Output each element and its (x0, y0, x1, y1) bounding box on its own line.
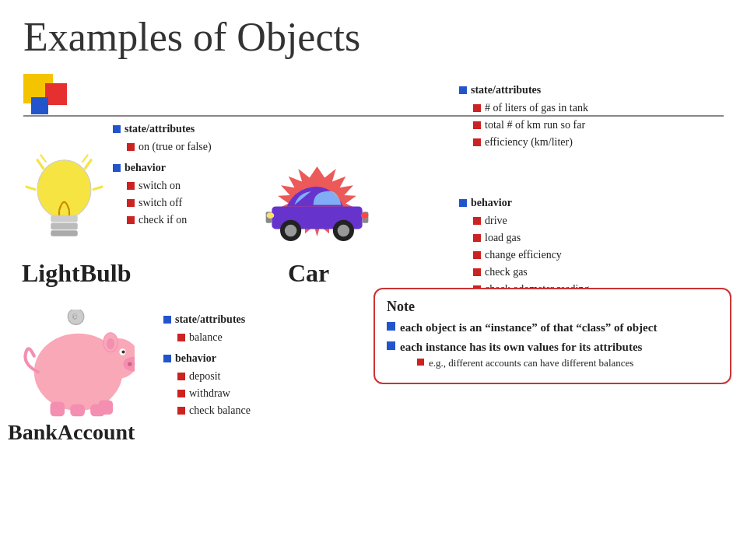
svg-rect-3 (51, 230, 77, 236)
lb-behavior-item-1: switch off (113, 194, 249, 211)
lightbulb-image (19, 152, 109, 261)
bank-behavior-item-1: withdraw (163, 385, 350, 401)
svg-line-7 (85, 160, 91, 169)
note-title: Note (387, 299, 718, 315)
svg-point-31 (121, 350, 124, 353)
svg-text:©: © (72, 313, 77, 321)
svg-rect-1 (51, 215, 77, 222)
piggybank-image: © (14, 310, 135, 418)
svg-point-17 (338, 225, 350, 237)
car-image (257, 159, 377, 249)
note-box: Note each object is an “instance” of tha… (374, 288, 731, 384)
car-behavior-item-1: load gas (459, 229, 739, 246)
note-item-0: each object is an “instance” of that “cl… (387, 320, 718, 336)
lb-behavior-item-0: switch on (113, 177, 249, 194)
car-behavior-item-2: change efficiency (459, 247, 739, 263)
svg-line-8 (26, 187, 35, 189)
car-state-item-2: efficiency (km/liter) (459, 134, 739, 150)
bank-behavior-item-0: deposit (163, 368, 350, 384)
svg-rect-35 (70, 404, 85, 417)
car-behavior-heading: behavior (471, 194, 512, 211)
car-behavior-item-0: drive (459, 212, 739, 229)
car-state-item-1: total # of km run so far (459, 117, 739, 133)
bank-state-heading: state/attributes (175, 311, 245, 327)
bank-state-item-0: balance (163, 329, 350, 345)
svg-point-15 (285, 225, 297, 237)
svg-point-28 (128, 362, 132, 366)
car-behavior-item-3: check gas (459, 264, 739, 280)
note-sub-item: e.g., different accounts can have differ… (400, 357, 642, 370)
svg-line-10 (40, 155, 45, 162)
lb-state-item-0: on (true or false) (113, 138, 249, 155)
car-state-item-0: # of liters of gas in tank (459, 100, 739, 116)
lb-state-heading: state/attributes (124, 121, 195, 137)
svg-point-33 (107, 338, 114, 349)
bank-label: BankAccount (8, 420, 135, 445)
car-behavior-info: behavior drive load gas change efficienc… (459, 194, 739, 302)
note-item-1: each instance has its own values for its… (387, 339, 718, 370)
bank-behavior-heading: behavior (175, 350, 216, 366)
car-label: Car (288, 259, 329, 288)
svg-rect-2 (51, 223, 77, 230)
svg-line-6 (37, 160, 44, 169)
svg-line-9 (93, 187, 102, 189)
svg-rect-34 (51, 402, 65, 417)
blue-square (31, 97, 48, 114)
red-square (45, 83, 67, 105)
lb-behavior-item-2: check if on (113, 212, 249, 228)
svg-point-0 (37, 160, 91, 219)
lightbulb-label: LightBulb (22, 259, 132, 288)
page-title: Examples of Objects (0, 0, 747, 68)
bank-behavior-item-2: check balance (163, 402, 350, 418)
bank-info: state/attributes balance behavior deposi… (163, 311, 350, 423)
car-state-heading: state/attributes (471, 82, 541, 98)
svg-point-20 (267, 212, 275, 219)
car-state-info: state/attributes # of liters of gas in t… (459, 82, 739, 155)
svg-point-21 (361, 212, 369, 219)
lightbulb-info: state/attributes on (true or false) beha… (113, 121, 249, 233)
svg-rect-37 (99, 401, 114, 415)
svg-line-11 (82, 155, 87, 162)
lb-behavior-heading: behavior (124, 159, 166, 176)
bullet-state-lb (113, 125, 121, 133)
